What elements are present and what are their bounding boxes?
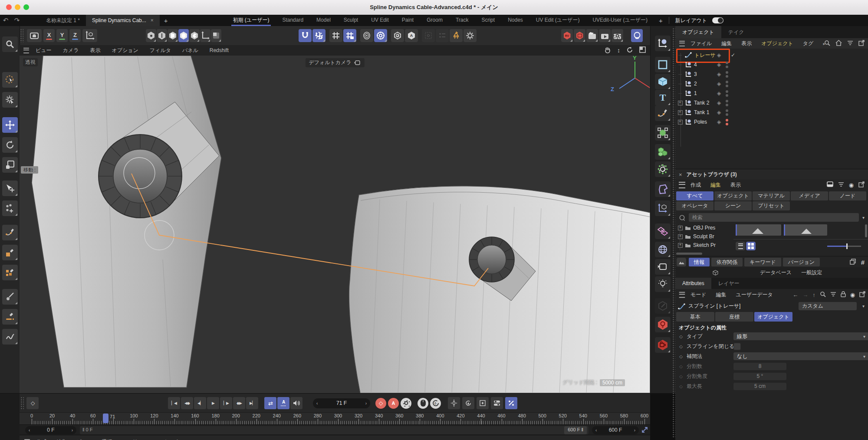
tweak-tool[interactable] [2,92,18,108]
rs-camera-button[interactable] [655,337,671,353]
attr-search-icon[interactable] [820,291,826,299]
workplane-settings[interactable] [374,29,387,42]
ab-filter-シーン[interactable]: シーン [714,201,752,210]
zoom-tool[interactable] [2,36,18,52]
hash-icon[interactable]: # [861,259,865,266]
rs-ipr[interactable] [574,29,585,42]
null-object-button[interactable] [655,36,671,51]
layout-tab[interactable]: 初期 (ユーザー) [233,15,270,26]
attr-filter-icon[interactable] [830,292,836,298]
material-menu-テクスチャ[interactable]: テクスチャ [158,438,184,440]
layout-tab[interactable]: UVEdit-User (ユーザー) [592,15,648,26]
spline-pen-button[interactable] [655,105,671,121]
generator-button[interactable] [655,161,671,177]
om-menu-編集[interactable]: 編集 [721,40,732,47]
key-diamond-icon[interactable]: ◇ [678,384,684,389]
cursor-move-tool[interactable] [2,181,18,196]
line-spline-tool[interactable] [2,309,18,325]
material-menu-編集[interactable]: 編集 [56,438,67,440]
points-mode[interactable] [146,29,156,42]
disabled-list[interactable] [436,29,449,42]
folder-name[interactable]: Sketch Pr [693,242,716,248]
axis-lock-z[interactable]: Z [69,29,81,42]
v-scrollbar[interactable] [865,224,867,237]
cube-primitive-button[interactable] [655,74,671,89]
ab-filter-オペレータ[interactable]: オペレータ [676,201,713,210]
rs-renderview[interactable]: RV [561,29,573,42]
key-diamond-icon[interactable]: ◇ [678,334,684,339]
keying-settings-button[interactable] [401,398,411,409]
om-filter-icon[interactable] [847,40,853,47]
quantize-toggle[interactable] [343,29,356,42]
visibility-dots[interactable] [726,81,728,87]
freehand-spline-tool[interactable] [2,329,18,345]
range-start-field[interactable]: ‹0 F› [25,426,76,434]
om-menu-表示[interactable]: 表示 [741,40,752,47]
chevron-down-icon[interactable]: ▾ [862,215,865,220]
layer-icon[interactable]: ◈ [717,71,721,77]
asset-thumbnail[interactable] [736,224,781,236]
folder-name[interactable]: Sculpt Br [693,233,714,240]
ab-menu-表示[interactable]: 表示 [730,181,741,189]
ab-filter-オブジェクト[interactable]: オブジェクト [714,191,752,200]
range-start-grip[interactable]: ‖ 0 F [82,427,93,432]
info-tab-依存関係[interactable]: 依存関係 [711,258,743,266]
key-diamond-icon[interactable]: ◇ [678,344,684,349]
disabled-select[interactable] [422,29,435,42]
ab-filter-メディア[interactable]: メディア [791,191,828,200]
layout-tab[interactable]: Groom [427,15,443,26]
axis-lock-y[interactable]: Y [56,29,68,42]
expand-icon[interactable]: + [678,243,683,248]
copy-icon[interactable] [850,259,856,266]
expand-icon[interactable]: + [678,101,683,105]
layout-toggle[interactable] [712,17,723,23]
close-window-button[interactable] [6,4,12,10]
attr-section-tab-オブジェクト[interactable]: オブジェクト [754,312,792,322]
playhead[interactable] [103,414,108,423]
frame-plus-icon[interactable]: › [365,401,367,406]
render-to-pv[interactable] [599,29,611,42]
viewport-menu-オプション[interactable]: オプション [112,47,138,54]
ab-menu-icon[interactable] [679,182,685,188]
spline-pen-tool[interactable] [2,225,18,240]
polygons-mode[interactable] [168,29,178,42]
range-end-grip[interactable]: 600 F ‖ [564,426,587,434]
sound-toggle[interactable] [290,397,302,409]
maximize-view-icon[interactable] [639,46,646,54]
render-view[interactable] [586,29,598,42]
projection-label[interactable]: 透視 [23,58,38,66]
visibility-dots[interactable] [726,109,728,116]
attr-field-分割角度[interactable]: 5 ° [733,373,786,380]
ab-folder-row[interactable]: +Sculpt Br [675,232,740,241]
om-menu-icon[interactable] [679,41,685,46]
frame-minus-icon[interactable]: ‹ [316,401,318,406]
om-tab-テイク[interactable]: テイク [721,26,751,38]
layout-tab[interactable]: UV Edit [371,15,389,26]
layout-tab[interactable]: Standard [282,15,303,26]
ab-filter-ノード[interactable]: ノード [829,191,866,200]
attr-section-tab-基本[interactable]: 基本 [676,312,714,322]
object-name[interactable]: 3 [694,71,697,77]
record-keyframe-button[interactable]: ◇ [375,398,386,409]
prev-key-button[interactable]: ◀◆ [181,397,193,409]
layout-tab[interactable]: Sculpt [344,15,358,26]
key-selection-button[interactable] [505,397,517,409]
minimize-window-button[interactable] [15,4,20,10]
render-settings[interactable] [612,29,623,42]
prev-frame-button[interactable]: ◀▏ [194,397,206,409]
ab-menu-編集[interactable]: 編集 [710,181,721,189]
sky-button[interactable] [655,242,671,257]
key-diamond-icon[interactable]: ◇ [678,354,684,359]
text-primitive-button[interactable]: T [655,90,671,105]
attr-target-icon[interactable]: ◉ [850,292,855,298]
field-button[interactable] [655,223,671,239]
preview-image-button[interactable] [677,258,686,266]
interactive-render[interactable] [631,29,643,42]
next-key-button[interactable]: ◆▶ [233,397,245,409]
expand-icon[interactable]: + [678,226,683,230]
expand-icon[interactable]: + [678,120,683,125]
info-tab-情報[interactable]: 情報 [689,258,710,266]
goto-start-button[interactable]: ▏◀ [168,397,180,409]
attr-export-icon[interactable] [859,291,865,299]
redo-icon[interactable]: ↷ [11,16,23,24]
